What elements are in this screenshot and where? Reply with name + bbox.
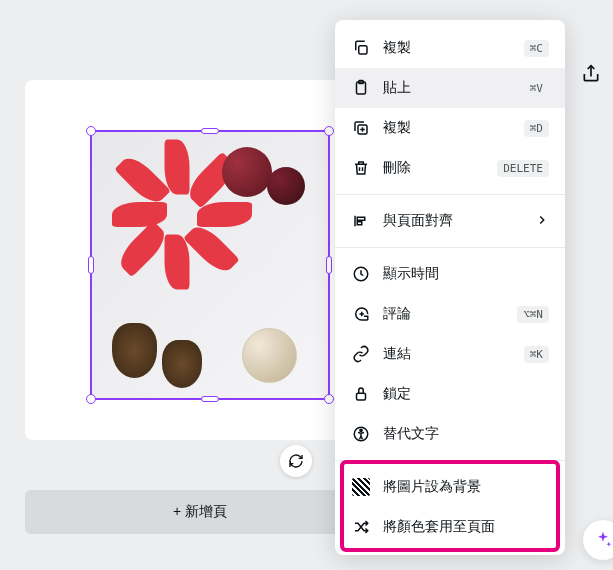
- menu-divider: [335, 460, 565, 461]
- menu-set-background[interactable]: 將圖片設為背景: [335, 467, 565, 507]
- menu-label: 與頁面對齊: [383, 212, 523, 230]
- context-menu: 複製 ⌘C 貼上 ⌘V 複製 ⌘D 刪除 DELETE 與頁面對齊 顯示時間 評…: [335, 20, 565, 555]
- menu-duplicate[interactable]: 複製 ⌘D: [335, 108, 565, 148]
- poinsettia-decoration: [92, 152, 212, 292]
- rotate-button[interactable]: [280, 445, 312, 477]
- menu-label: 鎖定: [383, 385, 549, 403]
- menu-shortcut: ⌥⌘N: [517, 306, 549, 323]
- resize-handle-tr[interactable]: [324, 126, 334, 136]
- pinecone-decoration: [162, 340, 202, 388]
- menu-copy[interactable]: 複製 ⌘C: [335, 28, 565, 68]
- align-icon: [351, 211, 371, 231]
- trash-icon: [351, 158, 371, 178]
- svg-point-12: [360, 429, 362, 431]
- menu-label: 複製: [383, 119, 512, 137]
- image-content: [92, 132, 328, 398]
- svg-rect-10: [357, 393, 366, 400]
- menu-comment[interactable]: 評論 ⌥⌘N: [335, 294, 565, 334]
- menu-timing[interactable]: 顯示時間: [335, 254, 565, 294]
- menu-label: 將圖片設為背景: [383, 478, 549, 496]
- menu-align[interactable]: 與頁面對齊: [335, 201, 565, 241]
- pinecone-decoration: [112, 323, 157, 378]
- menu-label: 將顏色套用至頁面: [383, 518, 549, 536]
- menu-divider: [335, 194, 565, 195]
- clock-icon: [351, 264, 371, 284]
- menu-alt-text[interactable]: 替代文字: [335, 414, 565, 454]
- resize-edge-right[interactable]: [326, 256, 332, 274]
- menu-label: 顯示時間: [383, 265, 549, 283]
- menu-label: 刪除: [383, 159, 485, 177]
- resize-handle-tl[interactable]: [86, 126, 96, 136]
- resize-handle-bl[interactable]: [86, 394, 96, 404]
- lock-icon: [351, 384, 371, 404]
- add-page-label: + 新增頁: [173, 503, 227, 521]
- accessibility-icon: [351, 424, 371, 444]
- svg-rect-5: [357, 217, 365, 220]
- menu-delete[interactable]: 刪除 DELETE: [335, 148, 565, 188]
- paste-icon: [351, 78, 371, 98]
- copy-icon: [351, 38, 371, 58]
- resize-edge-top[interactable]: [201, 128, 219, 134]
- menu-label: 替代文字: [383, 425, 549, 443]
- ornament-decoration: [267, 167, 305, 205]
- resize-edge-bottom[interactable]: [201, 396, 219, 402]
- menu-shortcut: ⌘V: [524, 80, 549, 97]
- ornament-decoration: [242, 328, 297, 383]
- menu-shortcut: DELETE: [497, 160, 549, 177]
- ornament-decoration: [222, 147, 272, 197]
- menu-lock[interactable]: 鎖定: [335, 374, 565, 414]
- menu-label: 評論: [383, 305, 505, 323]
- sparkle-icon: [593, 530, 613, 550]
- ai-assistant-button[interactable]: [583, 520, 613, 560]
- resize-edge-left[interactable]: [88, 256, 94, 274]
- duplicate-icon: [351, 118, 371, 138]
- shuffle-icon: [351, 517, 371, 537]
- chevron-right-icon: [535, 213, 549, 230]
- comment-icon: [351, 304, 371, 324]
- menu-label: 連結: [383, 345, 512, 363]
- selected-image[interactable]: [90, 130, 330, 400]
- resize-handle-br[interactable]: [324, 394, 334, 404]
- menu-paste[interactable]: 貼上 ⌘V: [335, 68, 565, 108]
- share-button[interactable]: [577, 60, 605, 88]
- menu-divider: [335, 247, 565, 248]
- link-icon: [351, 344, 371, 364]
- menu-apply-color[interactable]: 將顏色套用至頁面: [335, 507, 565, 547]
- menu-label: 貼上: [383, 79, 512, 97]
- svg-rect-0: [359, 46, 367, 54]
- menu-shortcut: ⌘K: [524, 346, 549, 363]
- add-page-button[interactable]: + 新增頁: [25, 490, 375, 534]
- share-icon: [581, 64, 601, 84]
- menu-label: 複製: [383, 39, 512, 57]
- menu-shortcut: ⌘D: [524, 120, 549, 137]
- hatch-icon: [351, 477, 371, 497]
- rotate-icon: [288, 453, 304, 469]
- menu-link[interactable]: 連結 ⌘K: [335, 334, 565, 374]
- svg-rect-6: [357, 222, 362, 225]
- menu-shortcut: ⌘C: [524, 40, 549, 57]
